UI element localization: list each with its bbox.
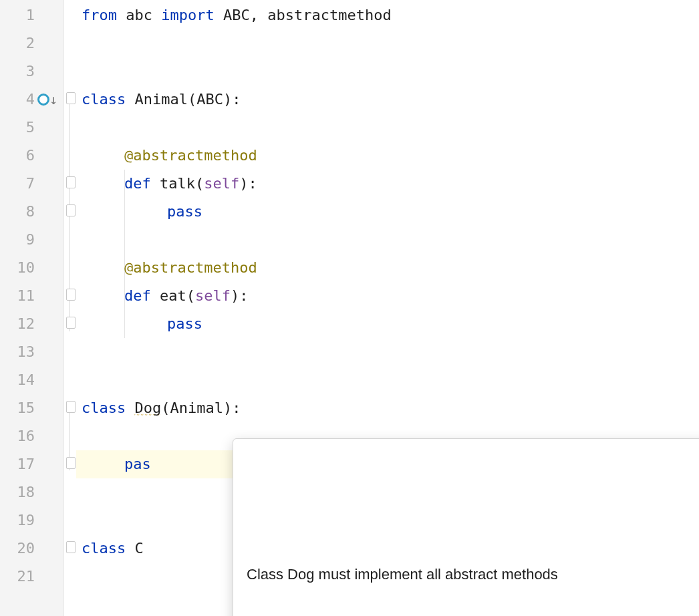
code-line[interactable]: pass	[167, 310, 699, 338]
inspection-message: Class Dog must implement all abstract me…	[247, 561, 699, 589]
line-number: 4	[0, 86, 35, 114]
override-gutter-icon[interactable]: ↓	[37, 86, 57, 114]
line-number-gutter: 1 2 3 4 ↓ 5 6 7 8 9 10 11 12 13 14 15 16…	[0, 0, 64, 616]
code-line[interactable]: def eat(self):	[124, 282, 699, 310]
line-number: 5	[0, 114, 35, 142]
code-line[interactable]: @abstractmethod	[124, 142, 699, 170]
line-number: 3	[0, 57, 35, 86]
fold-toggle[interactable]	[66, 401, 76, 413]
fold-column	[64, 0, 76, 616]
fold-toggle[interactable]	[66, 176, 76, 188]
code-line[interactable]: class Dog(Animal):	[82, 394, 699, 422]
line-number: 16	[0, 422, 35, 450]
line-number: 9	[0, 226, 35, 254]
fold-toggle[interactable]	[66, 541, 76, 553]
arrow-down-icon: ↓	[49, 92, 57, 108]
fold-toggle[interactable]	[66, 317, 76, 329]
code-line[interactable]: def talk(self):	[124, 170, 699, 198]
line-number: 13	[0, 338, 35, 366]
inspection-popup[interactable]: Class Dog must implement all abstract me…	[233, 438, 699, 616]
line-number: 15	[0, 394, 35, 422]
code-line[interactable]: @abstractmethod	[124, 254, 699, 282]
line-number: 18	[0, 478, 35, 506]
line-number: 1	[0, 1, 35, 29]
line-number: 17	[0, 450, 35, 478]
line-number: 7	[0, 170, 35, 198]
fold-toggle[interactable]	[66, 457, 76, 469]
popup-header: Class Dog must implement all abstract me…	[233, 495, 699, 616]
line-number: 2	[0, 29, 35, 57]
code-area[interactable]: from abc import ABC, abstractmethod clas…	[76, 0, 699, 616]
code-line[interactable]: from abc import ABC, abstractmethod	[82, 1, 699, 29]
line-number: 6	[0, 142, 35, 170]
code-editor[interactable]: 1 2 3 4 ↓ 5 6 7 8 9 10 11 12 13 14 15 16…	[0, 0, 699, 616]
line-number: 14	[0, 366, 35, 394]
line-number: 11	[0, 282, 35, 310]
line-number: 8	[0, 198, 35, 226]
line-number: 21	[0, 563, 35, 591]
fold-toggle[interactable]	[66, 204, 76, 216]
line-number: 19	[0, 506, 35, 534]
breakpoint-ring-icon	[37, 94, 49, 106]
fold-toggle[interactable]	[66, 289, 76, 301]
code-line[interactable]: class Animal(ABC):	[82, 86, 699, 114]
code-line[interactable]: pass	[167, 198, 699, 226]
fold-toggle[interactable]	[66, 92, 76, 104]
line-number: 12	[0, 310, 35, 338]
line-number: 10	[0, 254, 35, 282]
line-number: 20	[0, 534, 35, 563]
